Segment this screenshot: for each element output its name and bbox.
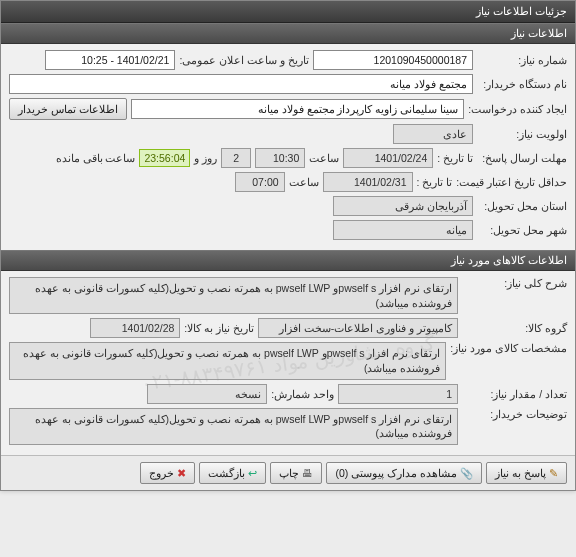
unit-field: نسخه xyxy=(147,384,267,404)
exit-label: خروج xyxy=(149,467,174,479)
remaining-label: ساعت باقی مانده xyxy=(56,152,136,164)
reply-time-field: 10:30 xyxy=(255,148,305,168)
section-need-info-title: اطلاعات نیاز xyxy=(511,27,567,39)
reply-need-button[interactable]: ✎ پاسخ به نیاز xyxy=(486,462,567,484)
section-goods-header: اطلاعات کالاهای مورد نیاز xyxy=(1,250,575,271)
group-label: گروه کالا: xyxy=(462,322,567,334)
need-no-label: شماره نیاز: xyxy=(477,54,567,66)
footer-toolbar: ✎ پاسخ به نیاز 📎 مشاهده مدارک پیوستی (0)… xyxy=(1,455,575,490)
group-field: کامپیوتر و فناوری اطلاعات-سخت افزار xyxy=(258,318,458,338)
delivery-city-field: میانه xyxy=(333,220,473,240)
buyer-org-field: مجتمع فولاد میانه xyxy=(9,74,473,94)
spec-label: مشخصات کالای مورد نیاز: xyxy=(450,342,567,354)
exit-button[interactable]: ✖ خروج xyxy=(140,462,195,484)
public-announce-label: تاریخ و ساعت اعلان عمومی: xyxy=(179,54,309,66)
print-button[interactable]: 🖶 چاپ xyxy=(270,462,322,484)
section-need-info-header: اطلاعات نیاز xyxy=(1,23,575,44)
buyer-contact-label: اطلاعات تماس خریدار xyxy=(18,103,118,115)
section-goods-title: اطلاعات کالاهای مورد نیاز xyxy=(451,254,567,266)
days-count-field: 2 xyxy=(221,148,251,168)
delivery-province-label: استان محل تحویل: xyxy=(477,200,567,212)
creator-field: سینا سلیمانی زاویه کارپرداز مجتمع فولاد … xyxy=(131,99,464,119)
creator-label: ایجاد کننده درخواست: xyxy=(468,103,567,115)
reply-icon: ✎ xyxy=(549,467,558,479)
reply-date-field: 1401/02/24 xyxy=(343,148,433,168)
buyer-notes-label: توضیحات خریدار: xyxy=(462,408,567,420)
goods-content: گروه مشاورین مواد ۸۸۳۴۹۷۶۱-۰۲۱ شرح کلی ن… xyxy=(1,271,575,455)
reply-need-label: پاسخ به نیاز xyxy=(495,467,546,479)
attachment-count: (0) xyxy=(335,467,348,479)
back-button[interactable]: ↩ بازگشت xyxy=(199,462,266,484)
remaining-time-field: 23:56:04 xyxy=(139,149,190,167)
time-label-2: ساعت xyxy=(289,176,319,188)
until-label-2: تا تاریخ : xyxy=(417,176,453,188)
print-label: چاپ xyxy=(279,467,299,479)
until-label-1: تا تاریخ : xyxy=(437,152,473,164)
view-attachments-button[interactable]: 📎 مشاهده مدارک پیوستی (0) xyxy=(326,462,482,484)
back-label: بازگشت xyxy=(208,467,245,479)
unit-label: واحد شمارش: xyxy=(271,388,334,400)
main-window: جزئیات اطلاعات نیاز اطلاعات نیاز شماره ن… xyxy=(0,0,576,491)
print-icon: 🖶 xyxy=(302,467,313,479)
delivery-city-label: شهر محل تحویل: xyxy=(477,224,567,236)
priority-field: عادی xyxy=(393,124,473,144)
time-label-1: ساعت xyxy=(309,152,339,164)
window-title: جزئیات اطلاعات نیاز xyxy=(476,5,567,17)
price-valid-time-field: 07:00 xyxy=(235,172,285,192)
reply-deadline-label: مهلت ارسال پاسخ: xyxy=(477,152,567,164)
buyer-contact-button[interactable]: اطلاعات تماس خریدار xyxy=(9,98,127,120)
qty-field: 1 xyxy=(338,384,458,404)
back-icon: ↩ xyxy=(248,467,257,479)
window-title-bar: جزئیات اطلاعات نیاز xyxy=(1,1,575,23)
buyer-org-label: نام دستگاه خریدار: xyxy=(477,78,567,90)
spec-field: ارتقای نرم افزار pwself sو pwself LWP به… xyxy=(9,342,446,379)
public-announce-field: 1401/02/21 - 10:25 xyxy=(45,50,175,70)
priority-label: اولویت نیاز: xyxy=(477,128,567,140)
qty-label: تعداد / مقدار نیاز: xyxy=(462,388,567,400)
item-desc-label: شرح کلی نیاز: xyxy=(462,277,567,289)
price-valid-date-field: 1401/02/31 xyxy=(323,172,413,192)
need-info-content: شماره نیاز: 1201090450000187 تاریخ و ساع… xyxy=(1,44,575,250)
days-and-label: روز و xyxy=(194,152,217,164)
need-no-field: 1201090450000187 xyxy=(313,50,473,70)
item-desc-field: ارتقای نرم افزار pwself sو pwself LWP به… xyxy=(9,277,458,314)
need-item-date-field: 1401/02/28 xyxy=(90,318,180,338)
delivery-province-field: آذربایجان شرقی xyxy=(333,196,473,216)
buyer-notes-field: ارتقای نرم افزار pwself sو pwself LWP به… xyxy=(9,408,458,445)
price-validity-label: حداقل تاریخ اعتبار قیمت: xyxy=(456,176,567,188)
need-item-date-label: تاریخ نیاز به کالا: xyxy=(184,322,254,334)
attachment-icon: 📎 xyxy=(460,467,473,480)
exit-icon: ✖ xyxy=(177,467,186,479)
view-attachments-label: مشاهده مدارک پیوستی xyxy=(351,467,457,479)
